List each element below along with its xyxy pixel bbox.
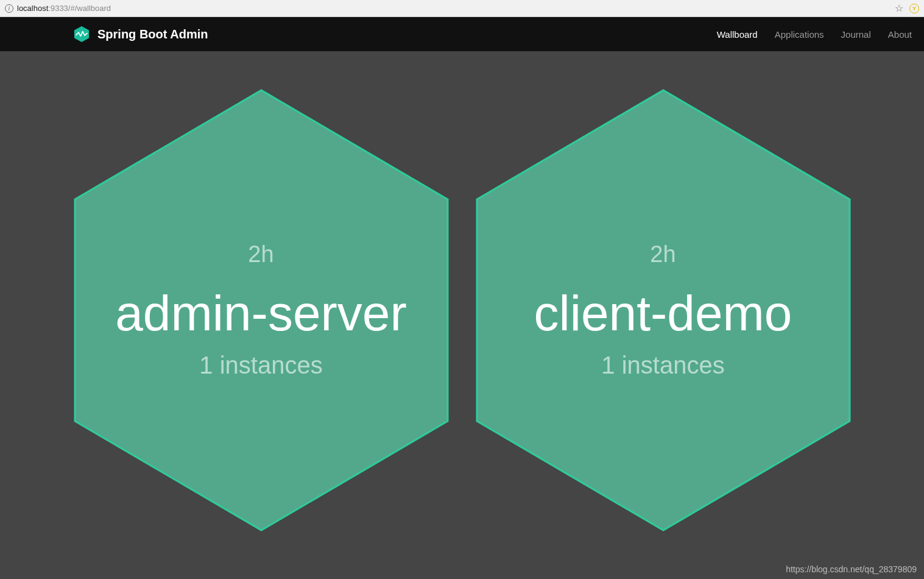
nav-link-wallboard[interactable]: Wallboard xyxy=(717,29,758,40)
wallboard: 2h admin-server 1 instances 2h client-de… xyxy=(0,51,924,569)
app-uptime: 2h xyxy=(650,241,675,268)
nav-link-journal[interactable]: Journal xyxy=(841,29,871,40)
navbar: Spring Boot Admin Wallboard Applications… xyxy=(0,17,924,51)
app-name: admin-server xyxy=(115,286,406,341)
nav-links: Wallboard Applications Journal About xyxy=(717,29,912,40)
nav-link-about[interactable]: About xyxy=(888,29,912,40)
brand[interactable]: Spring Boot Admin xyxy=(73,26,208,43)
app-instances: 1 instances xyxy=(601,352,724,379)
app-tile-content: 2h client-demo 1 instances xyxy=(474,88,852,533)
url-host: localhost xyxy=(17,4,48,13)
app-tile-client-demo[interactable]: 2h client-demo 1 instances xyxy=(474,88,852,533)
url-path: :9333/#/wallboard xyxy=(48,4,111,13)
browser-address-bar: i localhost:9333/#/wallboard ☆ Y xyxy=(0,0,924,17)
app-instances: 1 instances xyxy=(199,352,322,379)
app-uptime: 2h xyxy=(248,241,273,268)
app-tile-admin-server[interactable]: 2h admin-server 1 instances xyxy=(72,88,450,533)
logo-hexagon-icon xyxy=(73,26,90,43)
bookmark-star-icon[interactable]: ☆ xyxy=(895,2,903,14)
info-icon: i xyxy=(5,4,13,13)
watermark-text: https://blog.csdn.net/qq_28379809 xyxy=(786,564,917,574)
browser-url[interactable]: localhost:9333/#/wallboard xyxy=(17,4,895,13)
app-name: client-demo xyxy=(534,286,792,341)
nav-link-applications[interactable]: Applications xyxy=(775,29,824,40)
extension-icon[interactable]: Y xyxy=(909,4,919,13)
app-tile-content: 2h admin-server 1 instances xyxy=(72,88,450,533)
brand-title: Spring Boot Admin xyxy=(97,27,208,41)
